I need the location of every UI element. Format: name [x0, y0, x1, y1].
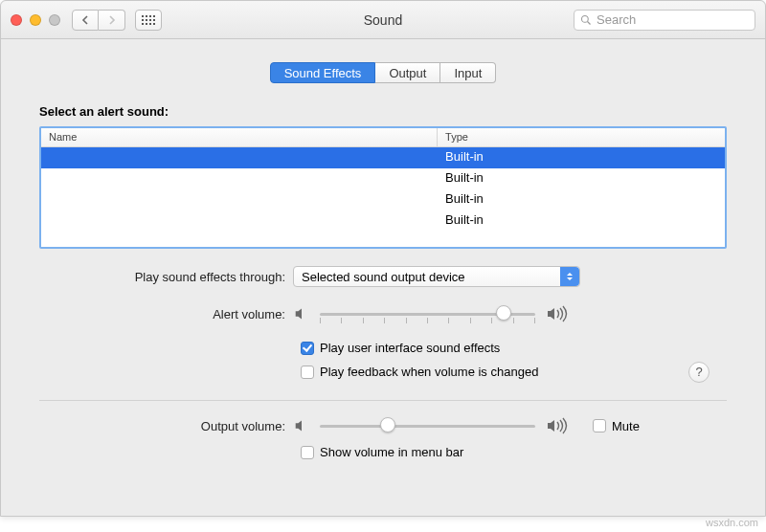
nav-buttons: [72, 10, 125, 31]
output-volume-label: Output volume:: [39, 419, 293, 433]
output-volume-knob[interactable]: [380, 417, 395, 432]
alert-name: [41, 147, 438, 168]
alert-sound-list[interactable]: Name Type Built-in Built-in Built-in Bui…: [39, 126, 727, 249]
titlebar: Sound Search: [1, 1, 765, 39]
mute-label: Mute: [612, 419, 640, 433]
alert-type: Built-in: [438, 189, 725, 211]
close-window-button[interactable]: [11, 14, 22, 26]
alert-type: Built-in: [438, 147, 725, 168]
back-button[interactable]: [72, 10, 99, 31]
alert-name: [41, 189, 438, 211]
speaker-high-icon: [545, 304, 572, 323]
ui-sfx-checkbox[interactable]: [301, 342, 314, 355]
alert-type: Built-in: [438, 211, 725, 232]
help-button[interactable]: ?: [688, 362, 710, 383]
svg-point-0: [582, 15, 589, 22]
menubar-volume-checkbox[interactable]: [301, 446, 314, 459]
show-all-prefs-button[interactable]: [135, 10, 162, 31]
alert-volume-label: Alert volume:: [39, 307, 293, 321]
speaker-high-icon: [545, 416, 572, 435]
alert-sound-row[interactable]: Built-in: [41, 147, 725, 168]
alert-sound-row[interactable]: Built-in: [41, 211, 725, 232]
svg-line-1: [588, 21, 591, 24]
tab-input[interactable]: Input: [440, 62, 496, 83]
alert-volume-slider[interactable]: [320, 304, 535, 323]
sound-preferences-window: Sound Search Sound Effects Output Input …: [0, 0, 766, 517]
section-divider: [39, 400, 727, 401]
feedback-label: Play feedback when volume is changed: [320, 365, 538, 379]
feedback-checkbox[interactable]: [301, 366, 314, 379]
mute-checkbox[interactable]: [593, 419, 606, 432]
zoom-window-button[interactable]: [49, 14, 60, 26]
forward-button[interactable]: [99, 10, 125, 31]
column-type-header[interactable]: Type: [438, 128, 725, 146]
minimize-window-button[interactable]: [30, 14, 41, 26]
ui-sfx-label: Play user interface sound effects: [320, 341, 500, 355]
alert-name: [41, 211, 438, 232]
alert-type: Built-in: [438, 168, 725, 189]
search-field[interactable]: Search: [574, 10, 755, 31]
alert-sound-section-title: Select an alert sound:: [39, 104, 727, 119]
alert-name: [41, 168, 438, 189]
play-through-label: Play sound effects through:: [39, 270, 293, 284]
tab-sound-effects[interactable]: Sound Effects: [270, 62, 376, 83]
speaker-low-icon: [293, 305, 310, 322]
alert-volume-knob[interactable]: [496, 305, 511, 321]
speaker-low-icon: [293, 417, 310, 434]
search-icon: [580, 14, 592, 26]
content-area: Select an alert sound: Name Type Built-i…: [1, 83, 765, 459]
search-placeholder: Search: [597, 12, 636, 27]
play-through-value: Selected sound output device: [302, 270, 465, 284]
alert-sound-row[interactable]: Built-in: [41, 189, 725, 211]
tab-output[interactable]: Output: [375, 62, 440, 83]
column-name-header[interactable]: Name: [41, 128, 438, 146]
output-volume-slider[interactable]: [320, 416, 535, 435]
menubar-volume-label: Show volume in menu bar: [320, 445, 463, 459]
dropdown-arrows-icon: [560, 267, 579, 286]
play-through-dropdown[interactable]: Selected sound output device: [293, 266, 580, 287]
list-header: Name Type: [41, 128, 725, 147]
watermark: wsxdn.com: [706, 517, 758, 528]
alert-sound-row[interactable]: Built-in: [41, 168, 725, 189]
window-traffic-lights: [11, 14, 60, 26]
sound-tabs: Sound Effects Output Input: [1, 62, 765, 83]
